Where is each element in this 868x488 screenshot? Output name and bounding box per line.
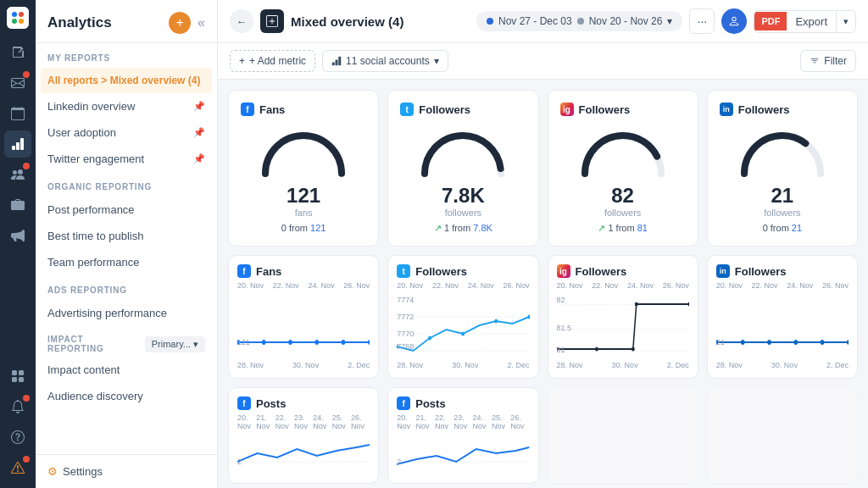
tw-y-label-4: 7768 xyxy=(397,342,414,351)
pin-icon-user-adoption: 📌 xyxy=(193,127,205,138)
sidebar-item-linkedin-overview[interactable]: Linkedin overview 📌 xyxy=(36,93,217,119)
fb-fans-chart-header: f Fans xyxy=(237,264,370,278)
app-logo[interactable] xyxy=(7,7,29,29)
svg-point-7 xyxy=(262,340,266,345)
sidebar-item-team-performance[interactable]: Team performance xyxy=(36,249,217,275)
placeholder-card-1 xyxy=(548,387,698,484)
tw-y-label-2: 7772 xyxy=(397,313,414,321)
ig-followers-gauge: 82 followers ↗ 1 from 81 xyxy=(560,123,686,234)
sidebar-header: Analytics + « xyxy=(36,0,217,43)
bell-badge xyxy=(23,395,30,402)
fb-posts-2-x-labels: 20. Nov21. Nov22. Nov23. Nov24. Nov25. N… xyxy=(397,413,529,430)
fb-posts-1-x-labels: 20. Nov21. Nov22. Nov23. Nov24. Nov25. N… xyxy=(237,413,370,430)
back-button[interactable]: ← xyxy=(230,9,253,33)
fb-posts-card-2: f Posts 20. Nov21. Nov22. Nov23. Nov24. … xyxy=(387,387,538,484)
more-options-button[interactable]: ··· xyxy=(689,8,715,34)
export-dropdown-arrow[interactable]: ▾ xyxy=(836,12,855,31)
grid-icon[interactable] xyxy=(4,363,31,390)
sidebar-item-mixed-overview[interactable]: All reports > Mixed overview (4) xyxy=(41,68,212,93)
sidebar-title: Analytics xyxy=(47,14,112,31)
analytics-icon[interactable] xyxy=(4,130,31,158)
filter-button[interactable]: Filter xyxy=(800,50,856,72)
svg-point-17 xyxy=(461,332,465,336)
ig-followers-gauge-card: ig Followers 82 followers ↗ 1 from 81 xyxy=(548,90,698,247)
compose-icon[interactable] xyxy=(4,39,31,66)
user-avatar[interactable] xyxy=(721,8,747,34)
facebook-icon: f xyxy=(241,103,254,116)
warning-badge xyxy=(23,456,30,463)
sidebar-item-best-time[interactable]: Best time to publish xyxy=(36,223,217,249)
tw-followers-header: t Followers xyxy=(400,103,526,116)
svg-point-34 xyxy=(847,340,849,345)
sidebar-item-advertising[interactable]: Advertising performance xyxy=(36,300,217,326)
ig-y-label-1: 82 xyxy=(557,296,565,304)
ig-followers-value: 82 xyxy=(611,184,634,208)
impact-dropdown[interactable]: Primary... ▾ xyxy=(145,336,205,352)
fb-fans-gauge-card: f Fans 121 fans 0 from 121 xyxy=(228,90,379,247)
help-icon[interactable] xyxy=(4,424,31,451)
fb-chart-icon: f xyxy=(237,264,251,278)
fb-fans-title: Fans xyxy=(259,103,285,116)
ig-chart-icon: ig xyxy=(557,264,570,278)
fb-posts-2-header: f Posts xyxy=(397,396,529,410)
fb-posts-2-svg xyxy=(397,432,529,474)
ig-followers-title: Followers xyxy=(579,103,631,116)
svg-point-2 xyxy=(19,12,24,17)
settings-link[interactable]: ⚙ Settings xyxy=(36,454,217,488)
li-followers-line-chart xyxy=(716,291,849,359)
li-chart-x-labels-bottom: 28. Nov30. Nov2. Dec xyxy=(716,361,849,369)
fb-fans-chart-title: Fans xyxy=(256,265,281,278)
export-button[interactable]: PDF Export ▾ xyxy=(754,10,856,33)
li-followers-chart-card: in Followers 20. Nov22. Nov24. Nov26. No… xyxy=(707,255,858,379)
organic-reporting-label: Organic Reporting xyxy=(36,172,217,197)
fb-posts-1-title: Posts xyxy=(256,397,286,410)
social-accounts-button[interactable]: 11 social accounts ▾ xyxy=(322,50,448,72)
svg-point-26 xyxy=(634,302,637,307)
add-metric-button[interactable]: + + Add metric xyxy=(230,50,315,72)
tw-followers-gauge: 7.8K followers ↗ 1 from 7.8K xyxy=(400,123,526,234)
people-icon[interactable] xyxy=(4,161,31,188)
ig-followers-unit: followers xyxy=(604,208,641,218)
placeholder-card-2 xyxy=(707,387,858,484)
sidebar-item-audience-discovery[interactable]: Audience discovery xyxy=(36,383,217,409)
li-followers-chart-title: Followers xyxy=(735,265,787,278)
svg-rect-0 xyxy=(7,7,29,29)
ig-followers-gauge-svg xyxy=(576,123,670,182)
svg-point-25 xyxy=(631,347,634,352)
ig-followers-change: ↗ 1 from 81 xyxy=(598,223,648,234)
new-report-button[interactable]: + xyxy=(169,12,191,34)
sidebar-item-post-performance[interactable]: Post performance xyxy=(36,197,217,223)
inbox-icon[interactable] xyxy=(4,69,31,97)
sidebar-item-user-adoption[interactable]: User adoption 📌 xyxy=(36,119,217,146)
bell-icon[interactable] xyxy=(4,393,31,420)
ig-followers-line-chart xyxy=(557,291,689,359)
tw-followers-chart-header: t Followers xyxy=(397,264,529,278)
date-range-picker[interactable]: Nov 27 - Dec 03 Nov 20 - Nov 26 ▾ xyxy=(476,11,682,31)
sidebar-item-twitter-engagement[interactable]: Twitter engagement 📌 xyxy=(36,146,217,172)
tw-followers-title: Followers xyxy=(419,103,470,116)
sidebar-collapse-button[interactable]: « xyxy=(198,15,205,30)
ig-chart-x-labels-top: 20. Nov22. Nov24. Nov26. Nov xyxy=(557,281,689,290)
sidebar-item-impact-content[interactable]: Impact content xyxy=(36,357,217,383)
calendar-icon[interactable] xyxy=(4,100,31,127)
sidebar: Analytics + « My Reports All reports > M… xyxy=(36,0,218,488)
fb-fans-line-chart xyxy=(237,291,370,359)
tw-followers-change: ↗ 1 from 7.8K xyxy=(434,223,492,234)
my-reports-section-label: My Reports xyxy=(36,43,217,68)
inbox-badge xyxy=(23,71,30,78)
fb-fans-unit: fans xyxy=(295,208,313,218)
tw-followers-chart-card: t Followers 20. Nov22. Nov24. Nov26. Nov xyxy=(387,255,538,379)
tw-followers-unit: followers xyxy=(445,208,481,218)
ig-chart-x-labels-bottom: 28. Nov30. Nov2. Dec xyxy=(557,361,689,369)
fb-chart-x-labels-bottom: 28. Nov30. Nov2. Dec xyxy=(237,361,370,369)
svg-point-8 xyxy=(288,340,292,345)
svg-point-9 xyxy=(314,340,319,345)
fb-posts-icon-1: f xyxy=(237,396,251,410)
warning-icon[interactable] xyxy=(4,454,31,481)
svg-point-11 xyxy=(368,340,370,345)
toolbar: + + Add metric 11 social accounts ▾ Filt… xyxy=(218,43,868,80)
ads-reporting-label: Ads Reporting xyxy=(36,275,217,300)
briefcase-icon[interactable] xyxy=(4,191,31,219)
fb-posts-1-chart: 2 xyxy=(237,432,370,474)
campaigns-icon[interactable] xyxy=(4,222,31,249)
